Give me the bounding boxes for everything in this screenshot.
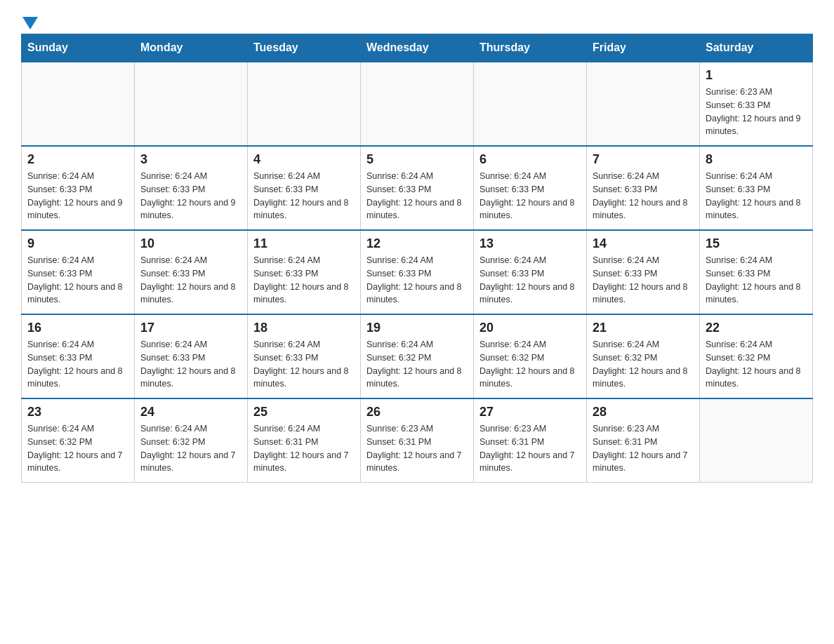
calendar-day-cell: 7Sunrise: 6:24 AM Sunset: 6:33 PM Daylig… (587, 146, 700, 230)
calendar-day-cell (700, 398, 813, 483)
calendar-day-cell (587, 62, 700, 146)
calendar-day-cell: 10Sunrise: 6:24 AM Sunset: 6:33 PM Dayli… (135, 230, 248, 314)
day-number: 10 (140, 236, 241, 251)
day-number: 19 (366, 321, 468, 335)
calendar-day-header: Wednesday (361, 34, 474, 62)
day-number: 6 (479, 152, 581, 167)
day-number: 2 (27, 152, 128, 167)
day-number: 20 (479, 321, 581, 335)
day-info: Sunrise: 6:24 AM Sunset: 6:33 PM Dayligh… (706, 254, 807, 307)
day-info: Sunrise: 6:24 AM Sunset: 6:33 PM Dayligh… (253, 170, 355, 222)
calendar-day-cell: 26Sunrise: 6:23 AM Sunset: 6:31 PM Dayli… (361, 398, 474, 483)
calendar-day-cell (361, 62, 474, 146)
day-info: Sunrise: 6:24 AM Sunset: 6:33 PM Dayligh… (27, 170, 128, 222)
calendar-week-row: 2Sunrise: 6:24 AM Sunset: 6:33 PM Daylig… (22, 146, 813, 230)
day-info: Sunrise: 6:24 AM Sunset: 6:31 PM Dayligh… (253, 422, 355, 475)
calendar-day-cell: 23Sunrise: 6:24 AM Sunset: 6:32 PM Dayli… (22, 398, 135, 483)
day-info: Sunrise: 6:24 AM Sunset: 6:33 PM Dayligh… (140, 338, 241, 391)
day-info: Sunrise: 6:24 AM Sunset: 6:33 PM Dayligh… (27, 254, 128, 307)
calendar-day-cell (22, 62, 135, 146)
day-info: Sunrise: 6:24 AM Sunset: 6:33 PM Dayligh… (593, 254, 694, 307)
calendar-day-cell: 8Sunrise: 6:24 AM Sunset: 6:33 PM Daylig… (700, 146, 813, 230)
day-number: 18 (253, 321, 355, 335)
calendar-day-cell: 9Sunrise: 6:24 AM Sunset: 6:33 PM Daylig… (22, 230, 135, 314)
calendar-day-header: Monday (135, 34, 248, 62)
calendar-day-cell (248, 62, 361, 146)
calendar-day-cell: 22Sunrise: 6:24 AM Sunset: 6:32 PM Dayli… (700, 314, 813, 398)
day-info: Sunrise: 6:24 AM Sunset: 6:33 PM Dayligh… (593, 170, 694, 222)
calendar-day-header: Tuesday (248, 34, 361, 62)
calendar-day-cell: 28Sunrise: 6:23 AM Sunset: 6:31 PM Dayli… (587, 398, 700, 483)
day-number: 5 (366, 152, 468, 167)
svg-marker-0 (22, 17, 38, 29)
calendar-day-cell: 4Sunrise: 6:24 AM Sunset: 6:33 PM Daylig… (248, 146, 361, 230)
day-info: Sunrise: 6:24 AM Sunset: 6:33 PM Dayligh… (27, 338, 128, 391)
calendar-day-cell: 17Sunrise: 6:24 AM Sunset: 6:33 PM Dayli… (135, 314, 248, 398)
calendar-day-cell: 16Sunrise: 6:24 AM Sunset: 6:33 PM Dayli… (22, 314, 135, 398)
day-number: 16 (27, 321, 128, 335)
calendar-day-cell: 15Sunrise: 6:24 AM Sunset: 6:33 PM Dayli… (700, 230, 813, 314)
day-number: 22 (706, 321, 807, 335)
calendar-day-cell: 13Sunrise: 6:24 AM Sunset: 6:33 PM Dayli… (474, 230, 587, 314)
calendar-day-cell: 19Sunrise: 6:24 AM Sunset: 6:32 PM Dayli… (361, 314, 474, 398)
day-number: 3 (140, 152, 241, 167)
day-number: 28 (593, 405, 694, 420)
day-info: Sunrise: 6:24 AM Sunset: 6:33 PM Dayligh… (140, 170, 241, 222)
calendar-day-cell: 6Sunrise: 6:24 AM Sunset: 6:33 PM Daylig… (474, 146, 587, 230)
logo (21, 14, 38, 27)
calendar-header-row: SundayMondayTuesdayWednesdayThursdayFrid… (22, 34, 813, 62)
page-header (21, 14, 813, 27)
day-info: Sunrise: 6:23 AM Sunset: 6:31 PM Dayligh… (479, 422, 581, 475)
day-info: Sunrise: 6:24 AM Sunset: 6:32 PM Dayligh… (479, 338, 581, 391)
calendar-day-cell: 2Sunrise: 6:24 AM Sunset: 6:33 PM Daylig… (22, 146, 135, 230)
day-info: Sunrise: 6:24 AM Sunset: 6:32 PM Dayligh… (366, 338, 468, 391)
day-number: 1 (706, 68, 807, 83)
day-number: 15 (706, 236, 807, 251)
day-number: 21 (593, 321, 694, 335)
calendar-day-cell: 1Sunrise: 6:23 AM Sunset: 6:33 PM Daylig… (700, 62, 813, 146)
calendar-day-header: Friday (587, 34, 700, 62)
day-info: Sunrise: 6:24 AM Sunset: 6:32 PM Dayligh… (706, 338, 807, 391)
day-number: 11 (253, 236, 355, 251)
day-info: Sunrise: 6:23 AM Sunset: 6:31 PM Dayligh… (366, 422, 468, 475)
day-info: Sunrise: 6:24 AM Sunset: 6:33 PM Dayligh… (479, 254, 581, 307)
logo-triangle-icon (22, 17, 38, 32)
day-number: 14 (593, 236, 694, 251)
day-info: Sunrise: 6:24 AM Sunset: 6:32 PM Dayligh… (140, 422, 241, 475)
calendar-day-header: Saturday (700, 34, 813, 62)
calendar-day-cell: 24Sunrise: 6:24 AM Sunset: 6:32 PM Dayli… (135, 398, 248, 483)
day-number: 17 (140, 321, 241, 335)
calendar-day-header: Sunday (22, 34, 135, 62)
day-number: 8 (706, 152, 807, 167)
calendar-day-cell: 18Sunrise: 6:24 AM Sunset: 6:33 PM Dayli… (248, 314, 361, 398)
day-info: Sunrise: 6:24 AM Sunset: 6:33 PM Dayligh… (706, 170, 807, 222)
calendar-day-cell (474, 62, 587, 146)
calendar-week-row: 9Sunrise: 6:24 AM Sunset: 6:33 PM Daylig… (22, 230, 813, 314)
calendar-day-cell: 14Sunrise: 6:24 AM Sunset: 6:33 PM Dayli… (587, 230, 700, 314)
calendar-day-cell: 11Sunrise: 6:24 AM Sunset: 6:33 PM Dayli… (248, 230, 361, 314)
day-info: Sunrise: 6:23 AM Sunset: 6:33 PM Dayligh… (706, 86, 807, 138)
calendar-day-cell (135, 62, 248, 146)
calendar-day-cell: 12Sunrise: 6:24 AM Sunset: 6:33 PM Dayli… (361, 230, 474, 314)
day-number: 27 (479, 405, 581, 420)
day-number: 26 (366, 405, 468, 420)
day-info: Sunrise: 6:24 AM Sunset: 6:33 PM Dayligh… (366, 254, 468, 307)
calendar-week-row: 23Sunrise: 6:24 AM Sunset: 6:32 PM Dayli… (22, 398, 813, 483)
calendar-table: SundayMondayTuesdayWednesdayThursdayFrid… (21, 34, 813, 483)
calendar-day-cell: 21Sunrise: 6:24 AM Sunset: 6:32 PM Dayli… (587, 314, 700, 398)
day-number: 25 (253, 405, 355, 420)
day-info: Sunrise: 6:24 AM Sunset: 6:32 PM Dayligh… (593, 338, 694, 391)
calendar-day-cell: 5Sunrise: 6:24 AM Sunset: 6:33 PM Daylig… (361, 146, 474, 230)
day-number: 23 (27, 405, 128, 420)
calendar-day-cell: 27Sunrise: 6:23 AM Sunset: 6:31 PM Dayli… (474, 398, 587, 483)
day-info: Sunrise: 6:24 AM Sunset: 6:33 PM Dayligh… (253, 338, 355, 391)
day-info: Sunrise: 6:24 AM Sunset: 6:33 PM Dayligh… (253, 254, 355, 307)
day-info: Sunrise: 6:24 AM Sunset: 6:33 PM Dayligh… (479, 170, 581, 222)
calendar-day-cell: 20Sunrise: 6:24 AM Sunset: 6:32 PM Dayli… (474, 314, 587, 398)
day-info: Sunrise: 6:24 AM Sunset: 6:33 PM Dayligh… (366, 170, 468, 222)
day-number: 7 (593, 152, 694, 167)
day-number: 24 (140, 405, 241, 420)
calendar-day-header: Thursday (474, 34, 587, 62)
day-info: Sunrise: 6:24 AM Sunset: 6:33 PM Dayligh… (140, 254, 241, 307)
day-number: 4 (253, 152, 355, 167)
